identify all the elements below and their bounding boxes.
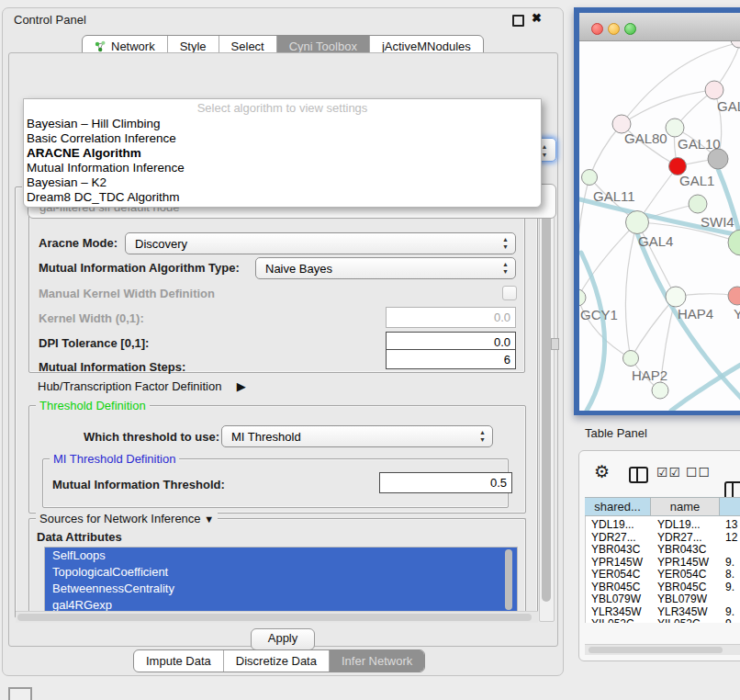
table-row-ydl19[interactable]: YDL19...YDL19...13 bbox=[586, 518, 740, 531]
panel-divider-grip[interactable] bbox=[551, 338, 559, 350]
node-label-gal80: GAL80 bbox=[624, 130, 667, 146]
attributes-scrollbar-thumb[interactable] bbox=[505, 549, 512, 610]
algorithm-option-bayesian-hill-climbing[interactable]: Bayesian – Hill Climbing bbox=[24, 117, 541, 131]
minimize-window-button[interactable] bbox=[608, 23, 620, 35]
table-settings-gear-icon[interactable]: ⚙ bbox=[594, 461, 610, 482]
attribute-item-betweennesscentrality[interactable]: BetweennessCentrality bbox=[45, 581, 517, 597]
table-cell: YER054C bbox=[591, 568, 640, 581]
combo-arrows-icon: ▲▼ bbox=[502, 261, 509, 276]
bottom-tab-impute-data[interactable]: Impute Data bbox=[134, 650, 223, 672]
network-node[interactable] bbox=[666, 287, 686, 307]
algorithm-option-bayesian-k2[interactable]: Bayesian – K2 bbox=[24, 175, 541, 190]
table-hscroll-thumb[interactable] bbox=[589, 647, 723, 653]
expand-arrow-icon: ▶ bbox=[237, 379, 246, 393]
hub-definition-label: Hub/Transcription Factor Definition bbox=[38, 379, 221, 393]
cyni-toolbox-content: ▲▼ gal-filtered sif default node Select … bbox=[8, 52, 558, 647]
column-header-name[interactable]: name bbox=[651, 497, 720, 516]
table-row-ybr045c[interactable]: YBR045CYBR045C9. bbox=[586, 581, 740, 593]
network-node[interactable] bbox=[582, 170, 598, 186]
show-columns-icon[interactable] bbox=[629, 467, 648, 483]
network-node[interactable] bbox=[623, 351, 639, 367]
network-node[interactable] bbox=[689, 195, 707, 213]
settings-horizontal-scrollbar[interactable] bbox=[16, 611, 538, 623]
network-node[interactable] bbox=[666, 119, 684, 137]
close-panel-icon[interactable]: ✖ bbox=[532, 11, 542, 25]
algorithm-option-mutual-information-inference[interactable]: Mutual Information Inference bbox=[24, 161, 541, 175]
network-canvas[interactable]: GALGAL80GAL10GAL1GAL11SWI4GAL4GCY1HAP4YH… bbox=[579, 41, 740, 411]
table-row-ybl079w[interactable]: YBL079WYBL079W bbox=[586, 593, 740, 605]
mi-threshold-label: Mutual Information Threshold: bbox=[52, 478, 225, 491]
network-node[interactable] bbox=[731, 41, 740, 48]
mi-steps-label: Mutual Information Steps: bbox=[39, 360, 185, 374]
network-node[interactable] bbox=[579, 289, 586, 306]
network-node[interactable] bbox=[652, 382, 668, 399]
sources-title-text: Sources for Network Inference bbox=[39, 512, 201, 525]
column-header-2[interactable] bbox=[720, 497, 740, 516]
table-cell: YBR045C bbox=[657, 581, 706, 593]
zoom-window-button[interactable] bbox=[624, 23, 636, 35]
table-row-ybr043c[interactable]: YBR043CYBR043C bbox=[586, 543, 740, 556]
tab-label: Style bbox=[180, 40, 207, 53]
mi-type-combo[interactable]: Naive Bayes ▲▼ bbox=[255, 257, 516, 279]
manual-kernel-checkbox[interactable] bbox=[502, 286, 517, 300]
attribute-item-selfloops[interactable]: SelfLoops bbox=[45, 548, 517, 564]
table-cell: YDR27... bbox=[657, 531, 702, 544]
table-row-ypr145w[interactable]: YPR145WYPR145W9. bbox=[586, 556, 740, 569]
network-window-titlebar[interactable] bbox=[579, 13, 740, 41]
table-row-ydr27[interactable]: YDR27...YDR27...12 bbox=[586, 531, 740, 544]
hub-definition-toggle[interactable]: Hub/Transcription Factor Definition ▶ bbox=[38, 378, 246, 394]
column-header-shared[interactable]: shared... bbox=[585, 497, 651, 516]
node-label-gal11: GAL11 bbox=[593, 188, 635, 204]
kernel-width-field[interactable] bbox=[386, 307, 516, 328]
network-node[interactable] bbox=[708, 149, 728, 169]
settings-vertical-scrollbar[interactable] bbox=[539, 186, 555, 622]
node-label-gal: GAL bbox=[717, 98, 740, 114]
table-row-yil052c[interactable]: YIL052CYIL052C9. bbox=[586, 617, 740, 623]
tab-label: Cyni Toolbox bbox=[289, 40, 357, 53]
tool-panel-corner-icon[interactable] bbox=[8, 687, 32, 700]
node-label-hap4: HAP4 bbox=[678, 306, 713, 322]
bottom-tab-discretize-data[interactable]: Discretize Data bbox=[223, 650, 329, 672]
data-attributes-list: SelfLoopsTopologicalCoefficientBetweenne… bbox=[44, 547, 518, 615]
table-row-ylr345w[interactable]: YLR345WYLR345W9. bbox=[586, 605, 740, 618]
algorithm-option-dream8-dc-tdc-algorithm[interactable]: Dream8 DC_TDC Algorithm bbox=[24, 190, 541, 205]
dpi-tolerance-label: DPI Tolerance [0,1]: bbox=[39, 336, 149, 350]
which-threshold-combo[interactable]: MI Threshold ▲▼ bbox=[221, 425, 493, 447]
which-threshold-label: Which threshold to use: bbox=[84, 430, 219, 444]
node-label-gal1: GAL1 bbox=[679, 173, 714, 188]
data-attributes-label: Data Attributes bbox=[37, 530, 122, 544]
cyni-algorithm-settings-group: Cyni Algorithm Settings Algorithm Defini… bbox=[15, 186, 538, 618]
unselect-all-columns-icon[interactable]: ☐☐ bbox=[686, 465, 711, 480]
combo-arrows-icon: ▲▼ bbox=[502, 236, 509, 251]
attribute-item-topologicalcoefficient[interactable]: TopologicalCoefficient bbox=[45, 564, 517, 581]
tab-label: jActiveMNodules bbox=[382, 40, 471, 53]
bottom-tab-infer-network[interactable]: Infer Network bbox=[329, 650, 424, 672]
network-node[interactable] bbox=[728, 287, 740, 305]
select-all-columns-icon[interactable]: ☑☑ bbox=[656, 465, 681, 480]
mi-steps-field[interactable] bbox=[386, 349, 516, 369]
close-window-button[interactable] bbox=[591, 23, 603, 35]
algorithm-option-aracne-algorithm[interactable]: ARACNE Algorithm bbox=[24, 146, 541, 161]
network-edge bbox=[625, 222, 637, 358]
algorithm-option-basic-correlation-inference[interactable]: Basic Correlation Inference bbox=[24, 131, 541, 146]
table-cell: YER054C bbox=[657, 568, 706, 581]
table-cell: YIL052C bbox=[591, 617, 634, 623]
float-panel-icon[interactable] bbox=[512, 15, 524, 27]
node-label-swi4: SWI4 bbox=[701, 214, 734, 230]
sources-group-title[interactable]: Sources for Network Inference ▼ bbox=[36, 512, 218, 525]
apply-button[interactable]: Apply bbox=[251, 628, 315, 650]
network-node[interactable] bbox=[626, 211, 649, 234]
table-cell: YBR045C bbox=[591, 581, 640, 593]
table-row-yer054c[interactable]: YER054CYER054C8. bbox=[586, 568, 740, 581]
mi-threshold-field[interactable] bbox=[379, 472, 512, 493]
aracne-mode-combo[interactable]: Discovery ▲▼ bbox=[125, 232, 516, 254]
mi-threshold-group: MI Threshold Definition Mutual Informati… bbox=[42, 458, 509, 508]
settings-hscroll-thumb[interactable] bbox=[17, 614, 532, 621]
network-node[interactable] bbox=[705, 81, 723, 99]
table-horizontal-scrollbar[interactable] bbox=[585, 644, 740, 655]
settings-vscroll-thumb[interactable] bbox=[542, 190, 551, 602]
tab-label: Select bbox=[231, 40, 264, 53]
network-view-window: GALGAL80GAL10GAL1GAL11SWI4GAL4GCY1HAP4YH… bbox=[574, 7, 740, 415]
table-cell: YIL052C bbox=[657, 617, 701, 623]
collapse-arrow-icon: ▼ bbox=[204, 514, 214, 525]
